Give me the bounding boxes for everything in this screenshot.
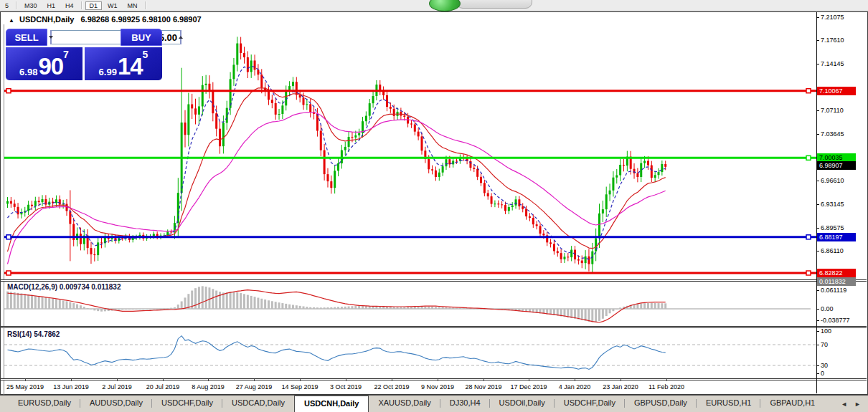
buy-price-prefix: 6.99 <box>99 67 117 77</box>
axis-tick-mark <box>816 17 819 18</box>
date-tick-mark <box>117 379 118 381</box>
date-tick-mark <box>163 379 164 381</box>
price-tick-label: 6.93145 <box>821 201 844 208</box>
tab-audusd-daily[interactable]: AUDUSD,Daily <box>80 396 152 412</box>
tab-scroll-arrows: ◄ ► <box>841 396 868 412</box>
timeframe-button-m30[interactable]: M30 <box>20 1 42 10</box>
macd-signal-badge: 0.011832 <box>817 277 856 286</box>
date-tick-mark <box>438 379 438 381</box>
rsi-tick-label: 0 <box>821 370 824 377</box>
mt4-usdcnh-screen: { "toolbar": { "timeframes": ["5", "M30"… <box>0 0 868 412</box>
level-price-badge: 6.88197 <box>817 233 856 241</box>
date-tick-mark <box>71 379 72 381</box>
tab-dj30-h4[interactable]: DJ30,H4 <box>440 396 490 412</box>
sell-price-pipette: 7 <box>63 50 69 59</box>
date-tick-mark <box>666 379 667 381</box>
date-tick-mark <box>529 379 529 381</box>
axis-tick-mark <box>816 64 819 64</box>
ma-line-slow <box>8 112 666 264</box>
level-price-badge: 6.82822 <box>817 269 856 277</box>
screen-record-toolbar <box>456 0 532 9</box>
timeframe-button-d1[interactable]: D1 <box>85 1 103 10</box>
timeframe-button-h1[interactable]: H1 <box>43 1 60 10</box>
rsi-tick-label: 100 <box>821 327 831 335</box>
tab-usdcnh-daily[interactable]: USDCNH,Daily <box>294 396 369 412</box>
timeframe-button-h4[interactable]: H4 <box>61 1 78 10</box>
toolbar-separator <box>81 1 82 9</box>
tab-scroll-right-button[interactable]: ► <box>854 401 861 408</box>
axis-tick-mark <box>816 40 819 41</box>
volume-group <box>50 30 118 44</box>
rsi-label: RSI(14) 54.7862 <box>7 330 60 338</box>
ma-line-fast <box>8 66 666 259</box>
volume-increase-button[interactable] <box>180 30 181 44</box>
timeframe-button-mn[interactable]: MN <box>123 1 142 10</box>
toolbar-separator <box>16 1 17 9</box>
date-tick-mark <box>483 379 484 381</box>
axis-tick-mark <box>816 290 819 291</box>
tab-xauusd-daily[interactable]: XAUUSD,Daily <box>369 396 440 412</box>
toolbar-separator <box>145 1 146 9</box>
axis-tick-mark <box>816 345 819 345</box>
price-axis-border <box>816 12 817 393</box>
buy-price-button[interactable]: 6.99 14 5 <box>85 47 162 80</box>
rsi-tick-label: 70 <box>821 341 828 348</box>
chart-ohlc-values: 6.98268 6.98925 6.98100 6.98907 <box>80 15 201 24</box>
ma-line-mid <box>8 88 666 251</box>
tab-eurusd-daily[interactable]: EURUSD,Daily <box>9 396 80 412</box>
date-tick-label: 25 May 2019 <box>6 383 44 391</box>
sell-button[interactable]: SELL <box>6 29 47 46</box>
macd-label: MACD(12,26,9) 0.009734 0.011832 <box>7 283 121 291</box>
symbol-tabs: EURUSD,DailyAUDUSD,DailyUSDCHF,DailyUSDC… <box>9 396 824 412</box>
tab-scroll-left-button[interactable]: ◄ <box>841 401 847 408</box>
date-tick-label: 9 Nov 2019 <box>421 383 454 391</box>
price-tick-label: 6.86110 <box>821 247 844 254</box>
tab-usdchf-daily[interactable]: USDCHF,Daily <box>555 396 625 412</box>
tab-usdoil-daily[interactable]: USDOil,Daily <box>490 396 555 412</box>
date-tick-label: 4 Jan 2020 <box>559 383 591 391</box>
timeframe-button-w1[interactable]: W1 <box>103 1 122 10</box>
tab-eurusd-h1[interactable]: EURUSD,H1 <box>697 396 761 412</box>
date-tick-label: 8 Aug 2019 <box>192 383 225 391</box>
date-tick-label: 22 Oct 2019 <box>374 383 409 391</box>
timeframe-button-5[interactable]: 5 <box>1 1 13 10</box>
triangle-up-icon <box>179 36 183 39</box>
collapse-arrow-icon[interactable]: ▲ <box>9 17 14 24</box>
date-tick-label: 11 Feb 2020 <box>648 383 684 391</box>
tab-usdchf-daily[interactable]: USDCHF,Daily <box>152 396 222 412</box>
volume-decrease-button[interactable] <box>50 30 52 44</box>
sell-price-button[interactable]: 6.98 90 7 <box>6 47 82 80</box>
price-tick-label: 6.89575 <box>821 224 844 231</box>
macd-indicator-pane[interactable] <box>4 282 816 326</box>
axis-tick-mark <box>816 320 819 321</box>
one-click-trading-panel: SELL BUY 6.98 90 7 6.99 14 5 <box>6 29 162 80</box>
chart-symbol-label: USDCNH,Daily <box>19 15 74 24</box>
price-tick-label: 7.07110 <box>821 107 844 114</box>
axis-tick-mark <box>816 365 819 366</box>
date-tick-label: 2 Jul 2019 <box>102 383 132 391</box>
date-tick-label: 17 Dec 2019 <box>510 383 547 391</box>
axis-tick-mark <box>816 134 819 135</box>
date-tick-label: 28 Nov 2019 <box>465 383 501 391</box>
date-tick-mark <box>25 379 26 381</box>
macd-tick-label: 0.00 <box>821 305 834 312</box>
date-tick-label: 20 Jul 2019 <box>146 383 180 391</box>
tab-gbpaud-h1[interactable]: GBPAUD,H1 <box>760 396 824 412</box>
date-tick-label: 23 Jan 2020 <box>603 383 638 391</box>
axis-tick-mark <box>816 181 819 181</box>
date-tick-label: 3 Oct 2019 <box>330 383 362 391</box>
date-tick-mark <box>346 379 346 381</box>
date-tick-mark <box>621 379 621 381</box>
pane-separator[interactable] <box>1 378 867 380</box>
axis-tick-mark <box>816 204 819 205</box>
date-tick-mark <box>254 379 255 381</box>
sell-price-prefix: 6.98 <box>19 67 37 77</box>
timeframe-buttons: 5M30H1H4D1W1MN <box>0 1 148 10</box>
tab-gbpusd-daily[interactable]: GBPUSD,Daily <box>625 396 697 412</box>
axis-tick-mark <box>816 373 819 374</box>
date-tick-mark <box>300 379 301 381</box>
tab-usdcad-daily[interactable]: USDCAD,Daily <box>222 396 294 412</box>
buy-button[interactable]: BUY <box>121 29 162 46</box>
rsi-indicator-pane[interactable] <box>4 328 816 378</box>
current-price-badge: 6.98907 <box>817 161 856 170</box>
